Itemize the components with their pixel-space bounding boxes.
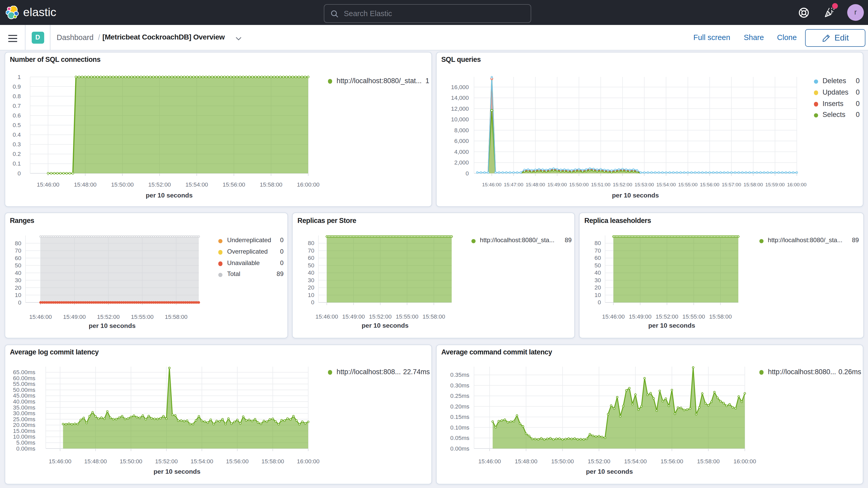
svg-text:0.00ms: 0.00ms [17, 445, 35, 452]
svg-text:15:57:00: 15:57:00 [722, 182, 741, 187]
svg-text:15:55:00: 15:55:00 [131, 314, 154, 320]
svg-text:15:58:00: 15:58:00 [744, 182, 763, 187]
svg-text:15:54:00: 15:54:00 [656, 182, 676, 187]
svg-text:15:55:00: 15:55:00 [682, 313, 705, 320]
svg-text:0.2: 0.2 [13, 150, 21, 157]
svg-text:15:49:00: 15:49:00 [548, 182, 567, 187]
svg-text:15:46:00: 15:46:00 [29, 314, 52, 320]
svg-text:4,000: 4,000 [454, 148, 469, 155]
svg-text:70: 70 [595, 247, 601, 254]
svg-text:15:52:00: 15:52:00 [97, 314, 120, 320]
svg-text:15:49:00: 15:49:00 [63, 314, 86, 320]
svg-text:0.5: 0.5 [13, 122, 21, 128]
svg-text:12,000: 12,000 [451, 105, 469, 112]
svg-text:70: 70 [308, 247, 314, 254]
svg-text:0: 0 [18, 170, 21, 177]
svg-text:30: 30 [15, 277, 21, 283]
svg-text:15:54:00: 15:54:00 [185, 181, 208, 188]
svg-text:0.6: 0.6 [13, 112, 21, 119]
svg-text:20.00ms: 20.00ms [13, 422, 35, 428]
svg-text:15:55:00: 15:55:00 [396, 313, 418, 320]
svg-text:14,000: 14,000 [451, 94, 469, 101]
svg-text:20: 20 [15, 284, 21, 291]
svg-text:15:58:00: 15:58:00 [261, 458, 284, 464]
svg-text:16:00:00: 16:00:00 [787, 182, 807, 187]
svg-text:60: 60 [595, 255, 601, 262]
svg-text:15:59:00: 15:59:00 [765, 182, 785, 187]
svg-text:15:52:00: 15:52:00 [369, 313, 392, 320]
svg-text:0.15ms: 0.15ms [451, 414, 469, 420]
svg-text:0.10ms: 0.10ms [451, 424, 469, 431]
svg-text:15:50:00: 15:50:00 [569, 182, 589, 187]
svg-text:8,000: 8,000 [454, 127, 469, 133]
svg-text:10: 10 [595, 292, 601, 298]
svg-text:15:46:00: 15:46:00 [482, 182, 502, 187]
svg-text:15:54:00: 15:54:00 [624, 458, 647, 464]
svg-text:15:52:00: 15:52:00 [148, 181, 171, 188]
svg-text:65.00ms: 65.00ms [13, 369, 35, 375]
svg-text:10.00ms: 10.00ms [13, 433, 35, 440]
svg-text:10,000: 10,000 [451, 116, 469, 122]
svg-text:10: 10 [308, 292, 314, 298]
svg-text:15:48:00: 15:48:00 [526, 182, 545, 187]
svg-text:16:00:00: 16:00:00 [297, 458, 319, 464]
svg-text:15:50:00: 15:50:00 [111, 181, 133, 188]
svg-text:0: 0 [466, 170, 469, 177]
svg-text:0.1: 0.1 [13, 160, 21, 166]
svg-text:6,000: 6,000 [454, 138, 469, 144]
svg-text:15:46:00: 15:46:00 [602, 313, 625, 320]
svg-text:40: 40 [15, 270, 21, 276]
svg-text:15:58:00: 15:58:00 [423, 313, 445, 320]
svg-text:15:58:00: 15:58:00 [709, 313, 732, 320]
svg-text:15:55:00: 15:55:00 [678, 182, 698, 187]
svg-text:15:52:00: 15:52:00 [656, 313, 678, 320]
svg-text:16,000: 16,000 [451, 84, 469, 90]
svg-text:20: 20 [595, 284, 601, 291]
svg-text:15:50:00: 15:50:00 [551, 458, 574, 464]
svg-text:15:58:00: 15:58:00 [259, 181, 282, 188]
svg-text:0.00ms: 0.00ms [451, 445, 469, 452]
svg-text:0.8: 0.8 [13, 93, 21, 99]
svg-text:0.05ms: 0.05ms [451, 434, 469, 441]
svg-text:50: 50 [595, 262, 601, 269]
svg-text:10: 10 [15, 292, 21, 298]
svg-text:30: 30 [595, 277, 601, 283]
svg-text:per 10 seconds: per 10 seconds [648, 322, 695, 329]
svg-text:15.00ms: 15.00ms [13, 427, 35, 434]
svg-text:0.3: 0.3 [13, 141, 21, 147]
svg-text:16:00:00: 16:00:00 [297, 181, 319, 188]
svg-text:15:56:00: 15:56:00 [700, 182, 719, 187]
svg-text:15:49:00: 15:49:00 [342, 313, 365, 320]
svg-text:60: 60 [15, 255, 21, 262]
svg-text:15:52:00: 15:52:00 [613, 182, 632, 187]
svg-text:15:47:00: 15:47:00 [504, 182, 523, 187]
svg-text:15:56:00: 15:56:00 [226, 458, 249, 464]
svg-text:15:58:00: 15:58:00 [165, 314, 187, 320]
svg-text:15:46:00: 15:46:00 [37, 181, 59, 188]
svg-text:0.7: 0.7 [13, 102, 21, 109]
svg-text:15:53:00: 15:53:00 [634, 182, 654, 187]
svg-text:40: 40 [595, 270, 601, 276]
svg-text:20: 20 [308, 284, 314, 291]
svg-text:30.00ms: 30.00ms [13, 410, 35, 416]
svg-text:50: 50 [15, 262, 21, 269]
svg-text:60.00ms: 60.00ms [13, 375, 35, 381]
svg-text:15:46:00: 15:46:00 [315, 313, 338, 320]
svg-text:0.35ms: 0.35ms [451, 371, 469, 378]
svg-text:15:48:00: 15:48:00 [74, 181, 96, 188]
svg-text:0.25ms: 0.25ms [451, 392, 469, 399]
svg-text:35.00ms: 35.00ms [13, 404, 35, 410]
svg-text:per 10 seconds: per 10 seconds [586, 468, 633, 475]
svg-text:0.4: 0.4 [13, 131, 21, 138]
svg-text:15:50:00: 15:50:00 [120, 458, 142, 464]
svg-text:15:56:00: 15:56:00 [661, 458, 683, 464]
svg-text:30: 30 [308, 277, 314, 283]
svg-text:40: 40 [308, 270, 314, 276]
svg-text:0.9: 0.9 [13, 83, 21, 90]
svg-text:per 10 seconds: per 10 seconds [154, 468, 200, 475]
svg-text:15:56:00: 15:56:00 [222, 181, 245, 188]
svg-text:15:52:00: 15:52:00 [155, 458, 178, 464]
svg-text:per 10 seconds: per 10 seconds [89, 322, 136, 329]
svg-text:per 10 seconds: per 10 seconds [146, 191, 193, 199]
svg-text:15:46:00: 15:46:00 [478, 458, 501, 464]
